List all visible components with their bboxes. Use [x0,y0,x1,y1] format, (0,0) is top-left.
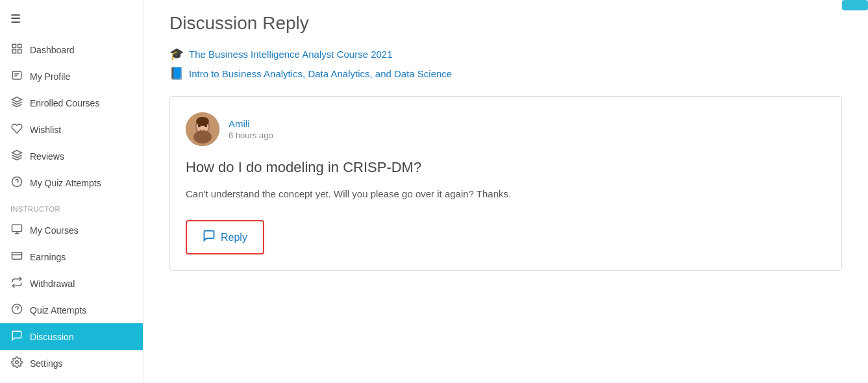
sidebar-item-label: Reviews [30,151,64,162]
main-content: Discussion Reply 🎓 The Business Intellig… [143,0,868,383]
sidebar-item-quiz-attempts[interactable]: Quiz Attempts [0,297,143,323]
sidebar-item-my-courses[interactable]: My Courses [0,217,143,243]
heart-icon [10,123,23,136]
page-title: Discussion Reply [169,13,842,34]
sidebar-item-label: Settings [30,358,63,369]
sidebar-item-settings[interactable]: Settings [0,350,143,377]
svg-marker-7 [12,151,22,156]
reply-button-label: Reply [221,232,247,243]
svg-point-21 [193,130,212,143]
reply-button-wrapper: Reply [186,220,264,254]
withdrawal-icon [10,277,23,290]
book-icon: 📘 [169,66,184,80]
sidebar-item-label: My Profile [30,71,70,82]
reply-icon [203,229,216,245]
lesson-breadcrumb-link[interactable]: Intro to Business Analytics, Data Analyt… [189,68,452,79]
sidebar-item-label: Dashboard [30,45,75,55]
course-breadcrumb-link[interactable]: The Business Intelligence Analyst Course… [189,49,393,60]
sidebar-item-my-quiz-attempts[interactable]: My Quiz Attempts [0,169,143,196]
sidebar-item-label: Earnings [30,252,66,262]
svg-point-24 [196,117,209,126]
svg-rect-2 [12,50,16,53]
graduation-icon: 🎓 [169,47,184,61]
sidebar-item-label: Wishlist [30,125,61,135]
course-breadcrumb: 🎓 The Business Intelligence Analyst Cour… [169,47,842,61]
avatar-image [186,112,219,146]
quiz2-icon [10,303,23,317]
sidebar-item-withdrawal[interactable]: Withdrawal [0,270,143,297]
enrolled-courses-icon [10,96,23,110]
svg-rect-13 [12,253,22,260]
quiz-icon [10,176,23,190]
question-title: How do I do modeling in CRISP-DM? [186,159,826,176]
profile-icon [10,69,23,83]
user-row: Amili 6 hours ago [186,112,826,146]
top-action-button[interactable] [842,0,868,10]
lesson-breadcrumb: 📘 Intro to Business Analytics, Data Anal… [169,66,842,80]
sidebar-item-wishlist[interactable]: Wishlist [0,116,143,143]
timestamp: 6 hours ago [229,130,273,140]
sidebar-item-earnings[interactable]: Earnings [0,243,143,270]
sidebar-item-label: My Courses [30,225,79,236]
avatar [186,112,219,146]
layers-icon [10,149,23,163]
sidebar-item-discussion[interactable]: Discussion [0,323,143,350]
my-courses-icon [10,223,23,237]
sidebar-item-label: Enrolled Courses [30,98,99,108]
earnings-icon [10,250,23,264]
sidebar-item-label: Quiz Attempts [30,305,86,315]
reply-button[interactable]: Reply [188,223,262,252]
sidebar-item-reviews[interactable]: Reviews [0,143,143,169]
svg-rect-3 [18,50,21,53]
dashboard-icon [10,43,23,56]
sidebar-item-label: My Quiz Attempts [30,178,101,188]
sidebar-item-label: Discussion [30,332,74,342]
svg-rect-10 [12,225,22,232]
discussion-card: Amili 6 hours ago How do I do modeling i… [169,96,842,271]
svg-rect-1 [18,44,21,47]
svg-point-17 [16,361,19,364]
user-info: Amili 6 hours ago [229,118,273,140]
instructor-section-label: INSTRUCTOR [0,196,143,217]
username: Amili [229,118,273,129]
sidebar: ☰ Dashboard My Profile Enrolled Courses … [0,0,143,383]
question-body: Can't understand the concept yet. Will y… [186,186,826,202]
svg-rect-0 [12,44,16,47]
sidebar-item-dashboard[interactable]: Dashboard [0,36,143,63]
hamburger-menu[interactable]: ☰ [0,6,143,36]
sidebar-item-label: Withdrawal [30,278,75,289]
sidebar-item-enrolled-courses[interactable]: Enrolled Courses [0,90,143,116]
discussion-icon [10,330,23,343]
sidebar-item-my-profile[interactable]: My Profile [0,63,143,90]
settings-icon [10,356,23,370]
